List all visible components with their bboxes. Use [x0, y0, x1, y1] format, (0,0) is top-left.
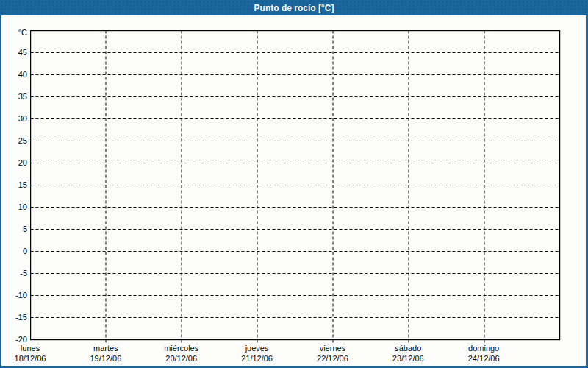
y-tick-label: 0: [1, 246, 27, 256]
plot-area: [30, 30, 564, 345]
chart-title-bar: Punto de rocío [°C]: [0, 0, 588, 15]
y-tick-label: -10: [1, 290, 27, 300]
day-date: 18/12/06: [15, 353, 46, 364]
x-day-label: viernes22/12/06: [317, 343, 348, 364]
day-date: 23/12/06: [392, 353, 424, 364]
day-name: martes: [90, 343, 121, 353]
x-day-label: lunes18/12/06: [15, 343, 46, 364]
day-name: jueves: [241, 343, 273, 353]
day-name: miércoles: [164, 343, 198, 353]
y-tick-label: 25: [1, 135, 27, 146]
day-name: sábado: [392, 343, 424, 353]
day-date: 21/12/06: [241, 353, 273, 364]
gridlines-and-axes: [30, 30, 564, 345]
day-date: 19/12/06: [90, 353, 121, 364]
y-tick-label: -5: [1, 268, 27, 278]
y-tick-label: 20: [1, 158, 27, 168]
x-day-label: martes19/12/06: [90, 343, 121, 364]
x-day-label: sábado23/12/06: [392, 343, 424, 364]
y-axis-unit-label: °C: [1, 27, 27, 38]
day-name: viernes: [317, 343, 348, 353]
day-date: 24/12/06: [468, 353, 500, 364]
y-tick-label: 45: [1, 47, 27, 57]
y-tick-label: 15: [1, 180, 27, 190]
x-day-label: domingo24/12/06: [468, 343, 500, 364]
y-tick-label: 40: [1, 69, 27, 79]
day-name: lunes: [15, 343, 46, 353]
day-date: 20/12/06: [164, 353, 198, 364]
x-day-label: miércoles20/12/06: [164, 343, 198, 364]
y-tick-label: 5: [1, 224, 27, 234]
dew-point-chart-widget: Punto de rocío [°C] °C454035302520151050…: [0, 0, 588, 368]
x-day-label: jueves21/12/06: [241, 343, 273, 364]
day-date: 22/12/06: [317, 353, 348, 364]
y-tick-label: 30: [1, 113, 27, 124]
chart-area: °C454035302520151050-5-10-15-20 lunes18/…: [1, 15, 586, 366]
chart-title: Punto de rocío [°C]: [254, 3, 334, 13]
y-tick-label: -15: [1, 312, 27, 322]
y-tick-label: 10: [1, 202, 27, 212]
day-name: domingo: [468, 343, 500, 353]
y-tick-label: 35: [1, 91, 27, 102]
